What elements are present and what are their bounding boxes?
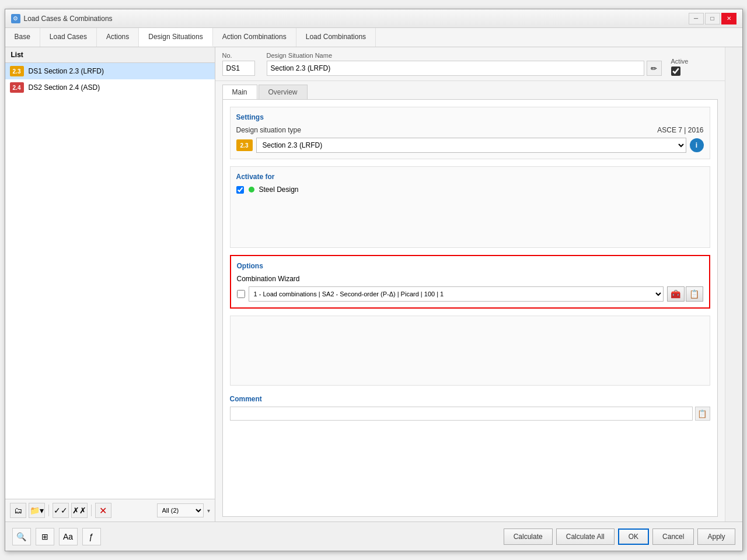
info-button[interactable]: i bbox=[690, 138, 704, 152]
right-sidebar bbox=[725, 47, 742, 522]
steel-dot-icon bbox=[249, 187, 254, 192]
wizard-checkbox[interactable] bbox=[237, 290, 245, 298]
new-item-button[interactable]: 🗂 bbox=[10, 503, 26, 518]
minimize-button[interactable]: ─ bbox=[689, 13, 704, 24]
formula-button[interactable]: ƒ bbox=[82, 528, 101, 545]
ok-button[interactable]: OK bbox=[618, 528, 649, 545]
left-toolbar: 🗂 📁▾ ✓✓ ✗✗ ✕ All (2) bbox=[5, 499, 215, 522]
text-button[interactable]: Aa bbox=[59, 528, 78, 545]
ds-name-input[interactable] bbox=[267, 61, 644, 76]
comment-label: Comment bbox=[230, 395, 710, 403]
search-view-button[interactable]: 🔍 bbox=[12, 528, 31, 545]
wizard-buttons: 🧰 📋 bbox=[667, 286, 703, 302]
wizard-select[interactable]: 1 - Load combinations | SA2 - Second-ord… bbox=[249, 286, 664, 302]
ds-no-input[interactable] bbox=[222, 61, 255, 76]
steel-design-row: Steel Design bbox=[236, 186, 704, 194]
wizard-icon-1: 🧰 bbox=[671, 289, 680, 299]
comment-input[interactable] bbox=[230, 407, 693, 421]
copy-icon: 📋 bbox=[697, 410, 707, 418]
type-row: Design situation type ASCE 7 | 2016 bbox=[236, 126, 704, 134]
name-label: Design Situation Name bbox=[267, 52, 662, 59]
wizard-button-2[interactable]: 📋 bbox=[686, 286, 703, 302]
activate-section: Activate for Steel Design bbox=[230, 166, 710, 248]
tab-base[interactable]: Base bbox=[5, 28, 40, 47]
app-icon: ⚙ bbox=[11, 14, 20, 23]
options-title: Options bbox=[237, 262, 703, 270]
dropdown-row: 2.3 Section 2.3 (LRFD) i bbox=[236, 138, 704, 153]
title-bar-left: ⚙ Load Cases & Combinations bbox=[11, 14, 113, 23]
tab-main[interactable]: Main bbox=[222, 85, 257, 99]
ds-name-group: Design Situation Name ✏ bbox=[267, 52, 662, 76]
edit-name-button[interactable]: ✏ bbox=[647, 61, 662, 76]
list-items: 2.3 DS1 Section 2.3 (LRFD) 2.4 DS2 Secti… bbox=[5, 63, 215, 499]
comment-copy-button[interactable]: 📋 bbox=[695, 407, 710, 421]
info-icon: i bbox=[696, 141, 697, 149]
no-label: No. bbox=[222, 52, 257, 59]
separator bbox=[48, 505, 49, 516]
left-panel: List 2.3 DS1 Section 2.3 (LRFD) 2.4 DS2 … bbox=[5, 47, 215, 522]
bottom-left-icons: 🔍 ⊞ Aa ƒ bbox=[12, 528, 499, 545]
type-label: Design situation type bbox=[236, 126, 301, 134]
formula-icon: ƒ bbox=[89, 532, 94, 541]
activate-title: Activate for bbox=[236, 173, 704, 181]
check-button[interactable]: ✓✓ bbox=[53, 503, 69, 518]
ds-header: No. Design Situation Name ✏ Active bbox=[215, 47, 725, 81]
search-icon: 🔍 bbox=[16, 532, 26, 541]
ds-active-group: Active bbox=[671, 58, 718, 76]
dropdown-badge: 2.3 bbox=[236, 139, 253, 151]
wizard-title: Combination Wizard bbox=[237, 275, 703, 283]
active-label: Active bbox=[671, 58, 718, 65]
active-checkbox[interactable] bbox=[671, 66, 680, 76]
separator2 bbox=[91, 505, 92, 516]
options-section: Options Combination Wizard 1 - Load comb… bbox=[230, 255, 710, 309]
uncheck-icon: ✗✗ bbox=[72, 506, 86, 515]
edit-icon: ✏ bbox=[651, 64, 657, 73]
right-panel: No. Design Situation Name ✏ Active bbox=[215, 47, 725, 522]
list-item[interactable]: 2.3 DS1 Section 2.3 (LRFD) bbox=[5, 63, 215, 79]
ds-name-row: ✏ bbox=[267, 61, 662, 76]
combo-row: 1 - Load combinations | SA2 - Second-ord… bbox=[237, 286, 703, 302]
tab-design-situations[interactable]: Design Situations bbox=[139, 28, 212, 47]
filter-select[interactable]: All (2) bbox=[157, 503, 204, 517]
new-icon: 🗂 bbox=[14, 506, 22, 515]
tab-actions[interactable]: Actions bbox=[97, 28, 139, 47]
calculate-button[interactable]: Calculate bbox=[504, 528, 553, 545]
main-content: List 2.3 DS1 Section 2.3 (LRFD) 2.4 DS2 … bbox=[5, 47, 742, 522]
table-button[interactable]: ⊞ bbox=[36, 528, 54, 545]
item-badge-ds2: 2.4 bbox=[10, 82, 24, 93]
folder-button[interactable]: 📁▾ bbox=[29, 503, 45, 518]
item-badge-ds1: 2.3 bbox=[10, 66, 24, 76]
calculate-all-button[interactable]: Calculate All bbox=[556, 528, 615, 545]
menu-bar: Base Load Cases Actions Design Situation… bbox=[5, 28, 742, 47]
main-window: ⚙ Load Cases & Combinations ─ □ ✕ Base L… bbox=[5, 9, 743, 551]
text-icon: Aa bbox=[63, 532, 73, 541]
wizard-button-1[interactable]: 🧰 bbox=[667, 286, 685, 302]
situation-type-select[interactable]: Section 2.3 (LRFD) bbox=[256, 138, 686, 153]
item-label-ds2: DS2 Section 2.4 (ASD) bbox=[29, 83, 100, 92]
list-header: List bbox=[5, 47, 215, 63]
maximize-button[interactable]: □ bbox=[705, 13, 720, 24]
content-tab-bar: Main Overview bbox=[215, 81, 725, 99]
settings-section: Settings Design situation type ASCE 7 | … bbox=[230, 107, 710, 159]
cancel-button[interactable]: Cancel bbox=[652, 528, 694, 545]
bottom-right-buttons: Calculate Calculate All OK Cancel Apply bbox=[504, 528, 735, 545]
list-item[interactable]: 2.4 DS2 Section 2.4 (ASD) bbox=[5, 79, 215, 96]
delete-icon: ✕ bbox=[99, 505, 107, 516]
type-value: ASCE 7 | 2016 bbox=[657, 126, 703, 134]
uncheck-button[interactable]: ✗✗ bbox=[71, 503, 88, 518]
tab-overview[interactable]: Overview bbox=[259, 85, 308, 99]
steel-design-label: Steel Design bbox=[259, 186, 299, 194]
spacer-area bbox=[230, 316, 710, 386]
title-bar: ⚙ Load Cases & Combinations ─ □ ✕ bbox=[5, 9, 742, 28]
tab-action-combinations[interactable]: Action Combinations bbox=[213, 28, 296, 47]
apply-button[interactable]: Apply bbox=[697, 528, 735, 545]
close-button[interactable]: ✕ bbox=[721, 13, 736, 24]
ds-no-group: No. bbox=[222, 52, 257, 76]
tab-load-combinations[interactable]: Load Combinations bbox=[296, 28, 376, 47]
table-icon: ⊞ bbox=[41, 532, 48, 541]
delete-button[interactable]: ✕ bbox=[95, 503, 111, 518]
tab-load-cases[interactable]: Load Cases bbox=[40, 28, 97, 47]
steel-design-checkbox[interactable] bbox=[236, 186, 244, 194]
settings-title: Settings bbox=[236, 113, 704, 121]
check-icon: ✓✓ bbox=[54, 506, 68, 515]
